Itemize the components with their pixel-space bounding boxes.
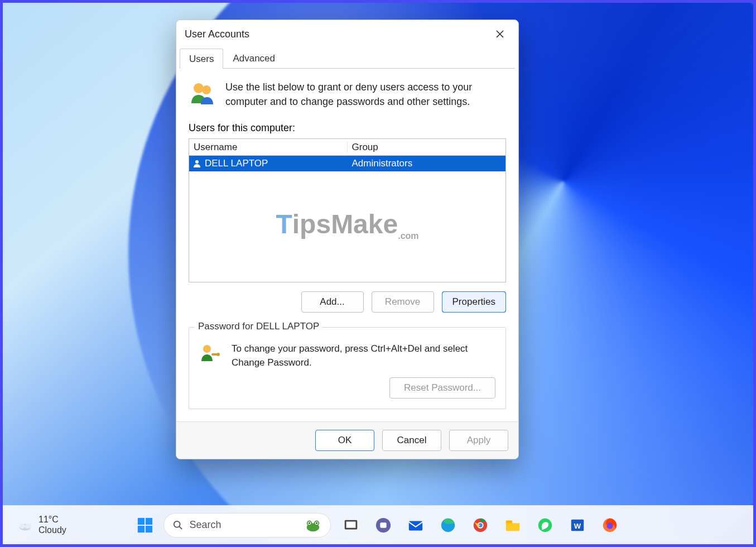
task-view-icon xyxy=(343,517,359,534)
word-icon: W xyxy=(569,517,586,534)
row-group: Administrators xyxy=(348,158,506,169)
taskbar-app-edge[interactable] xyxy=(436,513,460,538)
svg-point-2 xyxy=(195,160,199,164)
password-legend: Password for DELL LAPTOP xyxy=(195,321,322,332)
list-header[interactable]: Username Group xyxy=(189,139,505,156)
users-icon xyxy=(189,80,215,107)
password-text: To change your password, press Ctrl+Alt+… xyxy=(232,342,495,370)
svg-point-35 xyxy=(606,522,613,529)
user-row-icon xyxy=(192,159,201,168)
svg-rect-9 xyxy=(137,517,144,524)
teams-icon xyxy=(375,517,392,534)
svg-point-8 xyxy=(25,524,31,529)
svg-point-7 xyxy=(20,524,26,529)
folder-icon xyxy=(504,517,521,534)
ok-button[interactable]: OK xyxy=(315,430,374,451)
edge-icon xyxy=(440,517,456,534)
svg-rect-11 xyxy=(137,525,144,532)
intro-text: Use the list below to grant or deny user… xyxy=(225,80,506,109)
add-button[interactable]: Add... xyxy=(301,291,364,313)
svg-point-0 xyxy=(194,83,204,93)
svg-rect-12 xyxy=(145,525,152,532)
taskbar-app-chrome[interactable] xyxy=(468,513,493,538)
tab-users[interactable]: Users xyxy=(180,49,223,69)
search-icon xyxy=(173,520,183,530)
weather-desc: Cloudy xyxy=(38,525,66,535)
remove-button[interactable]: Remove xyxy=(372,291,434,313)
row-username: DELL LAPTOP xyxy=(205,158,268,169)
watermark: TipsMake.com xyxy=(276,208,418,241)
whatsapp-icon xyxy=(537,517,553,534)
dialog-title: User Accounts xyxy=(185,28,249,40)
tab-advanced[interactable]: Advanced xyxy=(223,48,285,68)
dialog-titlebar[interactable]: User Accounts xyxy=(176,20,518,48)
dialog-footer: OK Cancel Apply xyxy=(176,421,518,459)
taskbar-search[interactable]: Search xyxy=(163,513,331,538)
start-button[interactable] xyxy=(134,515,156,536)
taskbar-app-firefox[interactable] xyxy=(598,513,622,538)
list-row[interactable]: DELL LAPTOP Administrators xyxy=(189,156,505,171)
taskbar-app-word[interactable]: W xyxy=(565,513,590,538)
task-view-button[interactable] xyxy=(339,513,363,538)
intro-row: Use the list below to grant or deny user… xyxy=(189,80,506,109)
weather-text: 11°C Cloudy xyxy=(38,515,66,535)
svg-rect-22 xyxy=(346,521,355,527)
firefox-icon xyxy=(601,517,618,534)
users-list[interactable]: Username Group DELL LAPTOP Administrator… xyxy=(189,138,506,282)
taskbar-app-mail[interactable] xyxy=(403,513,428,538)
weather-icon xyxy=(17,517,33,533)
windows-logo-icon xyxy=(137,517,153,534)
svg-point-13 xyxy=(174,521,180,527)
close-button[interactable] xyxy=(487,25,513,44)
cancel-button[interactable]: Cancel xyxy=(382,430,441,451)
svg-rect-30 xyxy=(505,520,512,523)
tab-strip: Users Advanced xyxy=(180,48,515,69)
svg-point-20 xyxy=(316,522,317,524)
svg-point-3 xyxy=(203,345,211,353)
properties-button[interactable]: Properties xyxy=(442,291,506,313)
column-group[interactable]: Group xyxy=(348,142,506,153)
tab-body-users: Use the list below to grant or deny user… xyxy=(176,69,518,421)
weather-temp: 11°C xyxy=(38,515,66,525)
chrome-icon xyxy=(472,517,489,534)
mail-icon xyxy=(407,517,424,534)
svg-rect-24 xyxy=(380,522,386,527)
column-username[interactable]: Username xyxy=(189,142,348,153)
taskbar-app-whatsapp[interactable] xyxy=(533,513,557,538)
svg-rect-10 xyxy=(145,517,152,524)
taskbar-app-explorer[interactable] xyxy=(500,513,525,538)
key-user-icon xyxy=(199,342,221,364)
search-placeholder: Search xyxy=(190,519,221,531)
password-group: Password for DELL LAPTOP To change your … xyxy=(189,327,506,409)
svg-text:W: W xyxy=(574,521,581,530)
svg-point-19 xyxy=(309,522,310,524)
weather-widget[interactable]: 11°C Cloudy xyxy=(17,515,66,535)
search-mascot-icon xyxy=(305,519,321,532)
users-list-label: Users for this computer: xyxy=(189,122,506,134)
user-accounts-dialog: User Accounts Users Advanced Use the lis… xyxy=(176,20,519,459)
taskbar[interactable]: 11°C Cloudy Search xyxy=(3,505,753,544)
list-actions: Add... Remove Properties xyxy=(189,291,506,313)
svg-rect-25 xyxy=(408,521,422,530)
svg-point-1 xyxy=(202,85,211,94)
taskbar-center: Search xyxy=(134,513,622,538)
apply-button[interactable]: Apply xyxy=(449,430,508,451)
reset-password-button[interactable]: Reset Password... xyxy=(389,377,495,399)
svg-point-5 xyxy=(216,353,220,356)
taskbar-app-teams[interactable] xyxy=(371,513,396,538)
close-icon xyxy=(495,30,504,39)
